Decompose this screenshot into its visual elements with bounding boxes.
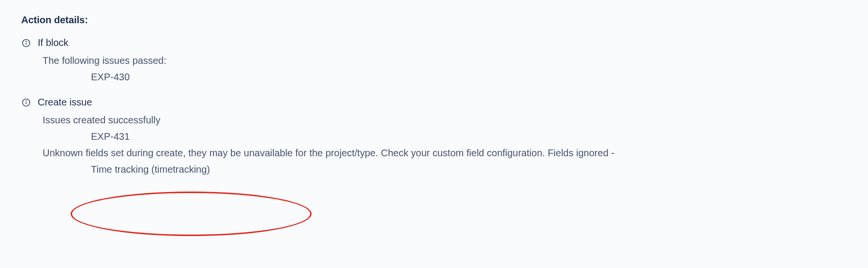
block-title: If block bbox=[38, 37, 68, 48]
ignored-field: Time tracking (timetracking) bbox=[91, 161, 847, 178]
section-title: Action details: bbox=[21, 15, 847, 26]
block-header: If block bbox=[21, 37, 847, 48]
block-header: Create issue bbox=[21, 97, 847, 108]
block-title: Create issue bbox=[38, 97, 92, 108]
annotation-ellipse bbox=[71, 192, 312, 236]
block-line: The following issues passed: bbox=[43, 52, 847, 69]
issue-key: EXP-431 bbox=[91, 128, 847, 145]
block-body: Issues created successfully EXP-431 Unkn… bbox=[43, 112, 847, 178]
block-body: The following issues passed: EXP-430 bbox=[43, 52, 847, 85]
create-issue-block: Create issue Issues created successfully… bbox=[21, 97, 847, 178]
info-icon bbox=[21, 38, 31, 48]
info-icon bbox=[21, 98, 31, 107]
svg-point-5 bbox=[26, 101, 27, 101]
issue-key: EXP-430 bbox=[91, 69, 847, 85]
action-details-panel: Action details: If block The following i… bbox=[0, 0, 868, 204]
block-warning-line: Unknown fields set during create, they m… bbox=[43, 145, 847, 161]
if-block: If block The following issues passed: EX… bbox=[21, 37, 847, 85]
svg-point-2 bbox=[26, 41, 27, 42]
block-line: Issues created successfully bbox=[43, 112, 847, 128]
